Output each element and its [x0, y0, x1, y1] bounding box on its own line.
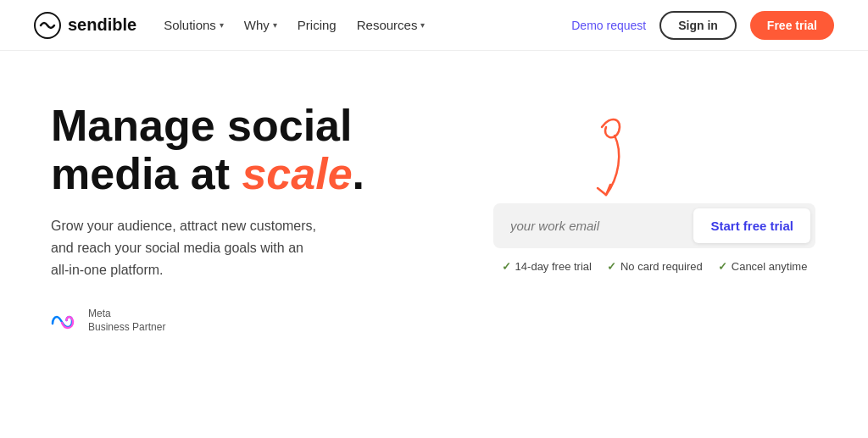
free-trial-button[interactable]: Free trial	[750, 11, 834, 40]
demo-request-link[interactable]: Demo request	[571, 19, 646, 32]
nav-right: Demo request Sign in Free trial	[571, 11, 834, 40]
logo[interactable]: sendible	[34, 12, 136, 39]
meta-text: Meta Business Partner	[88, 308, 165, 334]
check-icon: ✓	[502, 260, 511, 273]
hero-right: Start free trial ✓ 14-day free trial ✓ N…	[475, 102, 834, 273]
badge-trial: ✓ 14-day free trial	[502, 260, 592, 273]
nav-links: Solutions ▾ Why ▾ Pricing Resources ▾	[164, 18, 425, 32]
nav-left: sendible Solutions ▾ Why ▾ Pricing Resou…	[34, 12, 425, 39]
main-content: Manage social media at scale. Grow your …	[0, 51, 868, 334]
badge-no-card: ✓ No card required	[607, 260, 703, 273]
decorative-arrow	[526, 110, 661, 212]
navbar: sendible Solutions ▾ Why ▾ Pricing Resou…	[0, 0, 868, 51]
nav-solutions[interactable]: Solutions ▾	[164, 18, 224, 32]
logo-text: sendible	[68, 15, 136, 35]
hero-subtext: Grow your audience, attract new customer…	[51, 215, 322, 280]
headline: Manage social media at scale.	[51, 102, 424, 198]
trust-badges: ✓ 14-day free trial ✓ No card required ✓…	[502, 260, 808, 273]
email-input[interactable]	[510, 219, 693, 233]
check-icon: ✓	[607, 260, 616, 273]
nav-resources[interactable]: Resources ▾	[357, 18, 426, 32]
nav-pricing[interactable]: Pricing	[298, 18, 337, 32]
check-icon: ✓	[718, 260, 727, 273]
meta-badge: Meta Business Partner	[51, 308, 424, 334]
scale-word: scale	[242, 149, 352, 198]
signin-button[interactable]: Sign in	[659, 11, 737, 40]
hero-left: Manage social media at scale. Grow your …	[51, 102, 424, 334]
chevron-down-icon: ▾	[420, 20, 425, 30]
email-form: Start free trial	[493, 203, 815, 248]
chevron-down-icon: ▾	[273, 20, 277, 30]
badge-cancel: ✓ Cancel anytime	[718, 260, 808, 273]
nav-why[interactable]: Why ▾	[244, 18, 277, 32]
start-free-trial-button[interactable]: Start free trial	[693, 208, 810, 243]
chevron-down-icon: ▾	[220, 20, 224, 30]
